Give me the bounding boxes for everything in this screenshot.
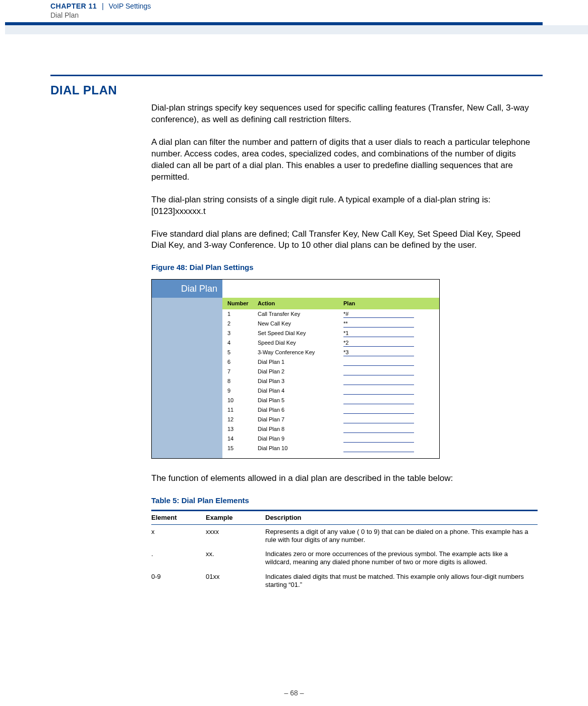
table-caption: Table 5: Dial Plan Elements (151, 496, 538, 506)
row-plan-cell (343, 387, 439, 395)
row-number: 8 (222, 377, 258, 385)
row-plan-cell (343, 349, 439, 356)
chapter-section: VoIP Settings (109, 2, 151, 10)
row-plan-cell (343, 330, 439, 337)
dial-plan-row: 8Dial Plan 3 (222, 376, 439, 386)
dial-plan-row: 14Dial Plan 9 (222, 434, 439, 444)
row-action: Call Transfer Key (258, 310, 343, 318)
row-action: Dial Plan 6 (258, 406, 343, 414)
col-header-number: Number (222, 300, 258, 307)
col-header-description: Description (265, 510, 538, 524)
section-rule (50, 75, 543, 76)
dial-plan-elements-table: Element Example Description xxxxxReprese… (151, 510, 538, 592)
plan-input[interactable] (343, 435, 414, 443)
dial-plan-row: 13Dial Plan 8 (222, 424, 439, 434)
col-header-element: Element (151, 510, 206, 524)
row-action: Dial Plan 7 (258, 416, 343, 423)
section-title: DIAL PLAN (50, 83, 543, 97)
plan-input[interactable] (343, 406, 414, 414)
dial-plan-row: 4Speed Dial Key (222, 338, 439, 348)
dial-plan-row: 7Dial Plan 2 (222, 367, 439, 376)
plan-input[interactable] (343, 397, 414, 404)
plan-input[interactable] (343, 368, 414, 375)
paragraph-3: The dial-plan string consists of a singl… (151, 194, 538, 218)
row-number: 13 (222, 425, 258, 433)
row-action: Dial Plan 5 (258, 397, 343, 404)
cell-element: 0-9 (151, 570, 206, 592)
plan-input[interactable] (343, 425, 414, 433)
dial-plan-row: 53-Way Conference Key (222, 348, 439, 357)
paragraph-1: Dial-plan strings specify key sequences … (151, 102, 538, 126)
dial-plan-row: 6Dial Plan 1 (222, 357, 439, 367)
plan-input[interactable] (343, 358, 414, 366)
row-plan-cell (343, 368, 439, 375)
page-number: – 68 – (0, 689, 588, 697)
figure-caption: Figure 48: Dial Plan Settings (151, 262, 538, 273)
plan-input[interactable] (343, 339, 414, 347)
row-number: 4 (222, 339, 258, 347)
row-plan-cell (343, 406, 439, 414)
row-plan-cell (343, 435, 439, 443)
chapter-label: CHAPTER 11 (50, 2, 97, 10)
row-number: 14 (222, 435, 258, 443)
cell-description: Indicates dialed digits that must be mat… (265, 570, 538, 592)
row-number: 10 (222, 397, 258, 404)
plan-input[interactable] (343, 310, 414, 318)
dial-plan-row: 3Set Speed Dial Key (222, 329, 439, 338)
col-header-action: Action (258, 300, 343, 307)
header-band (5, 25, 588, 34)
dial-plan-row: 11Dial Plan 6 (222, 405, 439, 415)
plan-input[interactable] (343, 445, 414, 452)
dial-plan-row: 10Dial Plan 5 (222, 396, 439, 405)
row-number: 5 (222, 349, 258, 356)
row-number: 2 (222, 320, 258, 328)
table-row: .xx.Indicates zero or more occurrences o… (151, 547, 538, 570)
plan-input[interactable] (343, 330, 414, 337)
table-row: 0-901xxIndicates dialed digits that must… (151, 570, 538, 592)
row-number: 15 (222, 445, 258, 452)
dial-plan-row: 12Dial Plan 7 (222, 415, 439, 424)
row-action: Dial Plan 2 (258, 368, 343, 375)
chapter-subsection: Dial Plan (50, 10, 588, 19)
row-plan-cell (343, 339, 439, 347)
row-number: 9 (222, 387, 258, 395)
row-action: Dial Plan 8 (258, 425, 343, 433)
paragraph-4: Five standard dial plans are defined; Ca… (151, 229, 538, 252)
page-header: CHAPTER 11 | VoIP Settings Dial Plan (0, 0, 588, 19)
row-action: Dial Plan 4 (258, 387, 343, 395)
dial-plan-screenshot: Dial Plan Number Action Plan 1Call Trans… (151, 279, 440, 459)
cell-example: xx. (206, 547, 265, 570)
paragraph-5: The function of elements allowed in a di… (151, 473, 538, 484)
row-number: 1 (222, 310, 258, 318)
row-action: Dial Plan 9 (258, 435, 343, 443)
cell-element: . (151, 547, 206, 570)
table-header-row: Number Action Plan (222, 298, 439, 309)
cell-element: x (151, 524, 206, 547)
row-action: Dial Plan 3 (258, 377, 343, 385)
cell-example: xxxx (206, 524, 265, 547)
col-header-example: Example (206, 510, 265, 524)
row-plan-cell (343, 320, 439, 328)
row-plan-cell (343, 358, 439, 366)
row-action: New Call Key (258, 320, 343, 328)
row-number: 11 (222, 406, 258, 414)
table-row: xxxxxRepresents a digit of any value ( 0… (151, 524, 538, 547)
plan-input[interactable] (343, 320, 414, 328)
dial-plan-row: 1Call Transfer Key (222, 309, 439, 319)
row-action: 3-Way Conference Key (258, 349, 343, 356)
row-plan-cell (343, 425, 439, 433)
col-header-plan: Plan (343, 300, 439, 307)
row-plan-cell (343, 310, 439, 318)
panel-title: Dial Plan (152, 280, 222, 298)
cell-example: 01xx (206, 570, 265, 592)
row-action: Dial Plan 1 (258, 358, 343, 366)
plan-input[interactable] (343, 387, 414, 395)
row-plan-cell (343, 377, 439, 385)
cell-description: Indicates zero or more occurrences of th… (265, 547, 538, 570)
row-plan-cell (343, 397, 439, 404)
row-plan-cell (343, 445, 439, 452)
plan-input[interactable] (343, 377, 414, 385)
plan-input[interactable] (343, 416, 414, 423)
row-action: Speed Dial Key (258, 339, 343, 347)
plan-input[interactable] (343, 349, 414, 356)
